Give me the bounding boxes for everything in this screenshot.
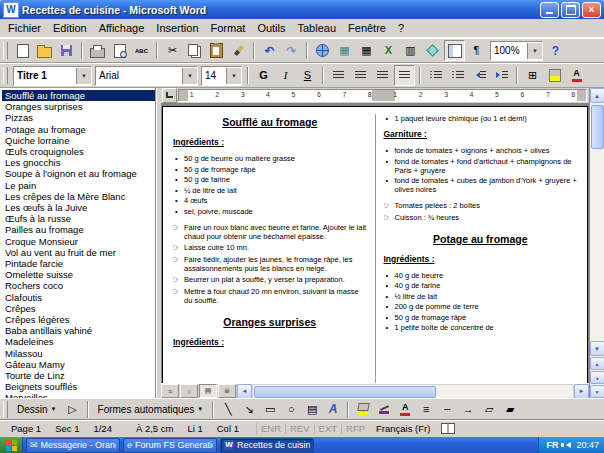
align-left-button[interactable] [328,65,349,86]
horizontal-scrollbar[interactable]: ≡ ○ ▤ ≣ ◄ ► [161,383,589,398]
save-button[interactable] [56,40,77,61]
zoom-combobox[interactable]: 100% ▼ [490,41,543,61]
taskbar-button-word[interactable]: W Recettes de cuisine ... [220,438,314,453]
justify-button[interactable] [394,65,415,86]
next-page-button[interactable]: ▼ [590,385,604,398]
title-bar[interactable]: W Recettes de cuisine - Microsoft Word × [0,0,604,19]
drawing-button[interactable] [422,40,443,61]
start-button[interactable] [0,437,23,453]
cut-button[interactable]: ✂ [162,40,183,61]
decrease-indent-button[interactable] [469,65,490,86]
scroll-down-button[interactable]: ▼ [590,341,604,356]
menu-item[interactable]: Format [205,21,252,35]
copy-button[interactable] [184,40,205,61]
horizontal-scroll-track[interactable] [253,385,573,398]
tab-type-selector[interactable] [162,88,177,103]
menu-item[interactable]: ? [392,21,410,35]
print-preview-button[interactable] [109,40,130,61]
document-map-item[interactable]: Les crêpes de la Mère Blanc [2,191,155,202]
maximize-button[interactable] [561,2,580,18]
document-map-item[interactable]: Vol au vent au fruit de mer [2,247,155,258]
scroll-up-button[interactable]: ▲ [590,88,604,103]
close-button[interactable]: × [582,2,601,18]
document-map-item[interactable]: Rochers coco [2,280,155,291]
redo-button[interactable]: ↷ [281,40,302,61]
menu-item[interactable]: Tableau [292,21,343,35]
dropdown-arrow-icon[interactable]: ▼ [182,68,197,84]
print-button[interactable] [87,40,108,61]
document-page[interactable]: Soufflé au fromage Ingrédients : •50 g d… [162,106,588,383]
document-map-item[interactable]: Milassou [2,348,155,359]
document-map-item[interactable]: Croque Monsieur [2,236,155,247]
columns-button[interactable]: ▥ [400,40,421,61]
help-button[interactable]: ? [545,40,566,61]
document-map-item[interactable]: Soufflé au fromage [2,90,155,101]
undo-button[interactable]: ↶ [259,40,280,61]
document-map-item[interactable]: Pizzas [2,112,155,123]
toolbar-grip[interactable] [3,401,8,418]
document-map-item[interactable]: Potage au fromage [2,124,155,135]
borders-button[interactable]: ⊞ [522,65,543,86]
taskbar-button-messagerie[interactable]: ✉ Messagerie - Orang... [26,438,120,453]
language-indicator[interactable]: FR [546,440,558,450]
shadow-button[interactable]: ▱ [479,400,499,419]
document-map-item[interactable]: Soupe à l'oignon et au fromage [2,168,155,179]
increase-indent-button[interactable] [491,65,512,86]
volume-icon[interactable] [563,442,571,448]
document-map-item[interactable]: Clafoutis [2,292,155,303]
document-map-item[interactable]: Le pain [2,180,155,191]
menu-item[interactable]: Edition [47,21,93,35]
fill-color-button[interactable] [353,400,373,419]
menu-item[interactable]: Fenêtre [342,21,392,35]
document-map-item[interactable]: Œufs à la russe [2,213,155,224]
outline-view-button[interactable]: ≣ [218,384,236,398]
line-style-button[interactable]: ≡ [416,400,436,419]
select-browse-object-button[interactable]: ● [590,371,604,384]
toolbar-grip[interactable] [3,42,8,59]
document-map-item[interactable]: Baba antillais vahiné [2,325,155,336]
align-center-button[interactable] [350,65,371,86]
threed-button[interactable]: ▰ [500,400,520,419]
vertical-scroll-thumb[interactable] [591,105,604,149]
vertical-scrollbar[interactable]: ▲ ▼ ▲ ● ▼ [589,88,604,398]
document-map-item[interactable]: Beignets soufflés [2,381,155,392]
numbered-list-button[interactable] [425,65,446,86]
document-map-item[interactable]: Oranges surprises [2,101,155,112]
document-map-item[interactable]: Quiche lorraine [2,135,155,146]
web-layout-view-button[interactable]: ○ [180,384,198,398]
underline-button[interactable]: S [297,65,318,86]
taskbar-button-forum[interactable]: e Forum FS Generatio... [123,438,217,453]
print-layout-view-button[interactable]: ▤ [199,384,217,398]
horizontal-ruler[interactable]: 1234567812345678 [178,89,587,102]
font-size-combobox[interactable]: 14 ▼ [201,66,242,86]
oval-button[interactable]: ○ [281,400,301,419]
show-marks-button[interactable]: ¶ [466,40,487,61]
spelling-button[interactable]: ABC [131,40,152,61]
style-combobox[interactable]: Titre 1 ▼ [13,66,92,86]
text-box-button[interactable]: ▤ [302,400,322,419]
rectangle-button[interactable]: ▭ [260,400,280,419]
scroll-right-button[interactable]: ► [574,384,589,399]
document-map-item[interactable]: Crêpes [2,303,155,314]
document-map-item[interactable]: Œufs croquignoles [2,146,155,157]
document-map-item[interactable]: Madeleines [2,336,155,347]
new-document-button[interactable] [12,40,33,61]
font-combobox[interactable]: Arial ▼ [95,66,198,86]
arrow-button[interactable]: ↘ [239,400,259,419]
bullet-list-button[interactable] [447,65,468,86]
toolbar-grip[interactable] [3,67,8,84]
menu-item[interactable]: Outils [251,21,291,35]
highlight-button[interactable] [544,65,565,86]
insert-table-button[interactable]: ▦ [356,40,377,61]
wordart-button[interactable]: A [323,400,343,419]
document-map-button[interactable] [444,40,465,61]
paste-button[interactable] [206,40,227,61]
previous-page-button[interactable]: ▲ [590,357,604,370]
dropdown-arrow-icon[interactable]: ▼ [76,68,91,84]
font-color-button[interactable]: A [566,65,587,86]
document-map-item[interactable]: Crêpes légères [2,314,155,325]
italic-button[interactable]: I [275,65,296,86]
insert-excel-button[interactable]: X [378,40,399,61]
document-map-item[interactable]: Les gnocchis [2,157,155,168]
autoshapes-menu-button[interactable]: Formes automatiques ▼ [93,402,209,417]
